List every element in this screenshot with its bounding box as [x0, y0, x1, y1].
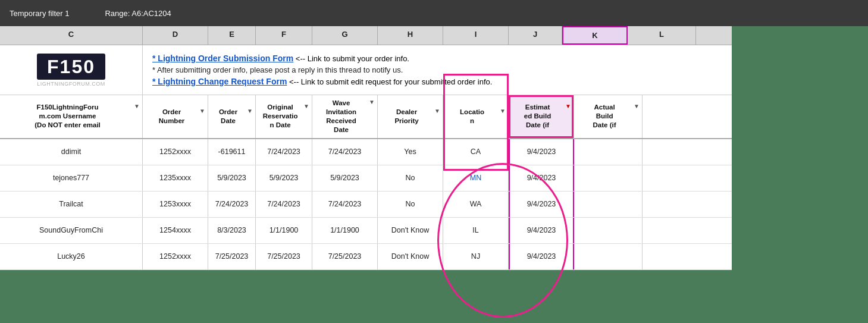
filter-icon-location[interactable]: ▼	[500, 108, 506, 114]
td-location: IL	[443, 218, 509, 243]
th-order-number: OrderNumber ▼	[143, 95, 208, 138]
td-order-number: 1252xxxx	[143, 139, 208, 165]
info-line-1: * Lightning Order Submission Form <-- Li…	[152, 54, 722, 63]
td-location: CA	[443, 139, 509, 165]
td-wave-invite: 5/9/2023	[312, 165, 378, 191]
logo-subtitle: LIGHTNINGFORUM.COM	[37, 81, 105, 87]
col-header-e: E	[208, 26, 256, 45]
filter-range: Range: A6:AC1204	[105, 9, 171, 18]
td-est-build-date: 9/4/2023	[509, 218, 574, 243]
col-header-l: L	[628, 26, 696, 45]
td-dealer-priority: Don't Know	[378, 218, 443, 243]
filter-icon-order-date[interactable]: ▼	[247, 108, 253, 114]
col-header-i: I	[443, 26, 509, 45]
th-actual-build-date: ActualBuildDate (if ▼	[574, 95, 643, 138]
td-order-number: 1235xxxx	[143, 165, 208, 191]
data-rows-container: ddimit 1252xxxx -619611 7/24/2023 7/24/2…	[0, 139, 732, 270]
td-order-date: -619611	[208, 139, 256, 165]
td-orig-res-date: 1/1/1900	[256, 218, 312, 243]
filter-icon-actual-build[interactable]: ▼	[634, 103, 640, 109]
td-orig-res-date: 7/24/2023	[256, 192, 312, 217]
col-header-d: D	[143, 26, 208, 45]
td-location: NJ	[443, 244, 509, 269]
th-orig-res-date: OriginalReservation Date ▼	[256, 95, 312, 138]
filter-icon-order-number[interactable]: ▼	[199, 108, 205, 114]
info-text: * Lightning Order Submission Form <-- Li…	[143, 45, 732, 95]
info-line-3-suffix: <-- Link to submit edit request for your…	[289, 77, 492, 86]
td-order-date: 8/3/2023	[208, 218, 256, 243]
td-dealer-priority: Don't Know	[378, 244, 443, 269]
info-line-3: * Lightning Change Request Form <-- Link…	[152, 77, 722, 86]
td-est-build-date: 9/4/2023	[509, 192, 574, 217]
td-username: Trailcat	[0, 192, 143, 217]
table-row: ddimit 1252xxxx -619611 7/24/2023 7/24/2…	[0, 139, 732, 165]
col-header-c: C	[0, 26, 143, 45]
td-wave-invite: 7/24/2023	[312, 139, 378, 165]
th-order-date: OrderDate ▼	[208, 95, 256, 138]
th-est-build-date: Estimated BuildDate (if ▼	[509, 95, 574, 138]
th-username: F150LightningForum.com Username(Do NOT e…	[0, 95, 143, 138]
col-header-g: G	[312, 26, 378, 45]
logo-cell: F150 LIGHTNINGFORUM.COM	[0, 45, 143, 95]
td-order-number: 1254xxxx	[143, 218, 208, 243]
td-actual-build-date	[574, 218, 643, 243]
td-est-build-date: 9/4/2023	[509, 244, 574, 269]
filter-icon-username[interactable]: ▼	[134, 103, 140, 109]
column-headers: C D E F G H I J K L	[0, 26, 732, 45]
table-row: Lucky26 1252xxxx 7/25/2023 7/25/2023 7/2…	[0, 244, 732, 270]
td-dealer-priority: No	[378, 165, 443, 191]
td-username: SoundGuyFromChi	[0, 218, 143, 243]
td-dealer-priority: Yes	[378, 139, 443, 165]
change-request-link[interactable]: * Lightning Change Request Form	[152, 77, 287, 86]
td-username: Lucky26	[0, 244, 143, 269]
table-row: SoundGuyFromChi 1254xxxx 8/3/2023 1/1/19…	[0, 218, 732, 244]
td-actual-build-date	[574, 192, 643, 217]
th-wave-invite: WaveInvitationReceivedDate ▼	[312, 95, 378, 138]
filter-label: Temporary filter 1	[10, 9, 69, 18]
td-actual-build-date	[574, 139, 643, 165]
td-orig-res-date: 5/9/2023	[256, 165, 312, 191]
td-actual-build-date	[574, 165, 643, 191]
td-order-date: 7/24/2023	[208, 192, 256, 217]
spreadsheet: C D E F G H I J K L F150 LIGHTNINGFORUM.…	[0, 26, 732, 270]
table-header-row: F150LightningForum.com Username(Do NOT e…	[0, 95, 732, 139]
info-line-1-suffix: <-- Link to submit your order info.	[296, 54, 409, 63]
td-wave-invite: 7/25/2023	[312, 244, 378, 269]
td-orig-res-date: 7/25/2023	[256, 244, 312, 269]
td-order-date: 7/25/2023	[208, 244, 256, 269]
logo: F150	[37, 54, 105, 80]
td-location: WA	[443, 192, 509, 217]
col-header-j: J	[509, 26, 562, 45]
td-order-number: 1253xxxx	[143, 192, 208, 217]
col-header-h: H	[378, 26, 443, 45]
th-dealer-priority: DealerPriority ▼	[378, 95, 443, 138]
filter-icon-orig-res[interactable]: ▼	[303, 103, 309, 109]
table-row: tejones777 1235xxxx 5/9/2023 5/9/2023 5/…	[0, 165, 732, 192]
filter-icon-est-build-active[interactable]: ▼	[565, 103, 571, 109]
col-header-f: F	[256, 26, 312, 45]
td-order-date: 5/9/2023	[208, 165, 256, 191]
td-actual-build-date	[574, 244, 643, 269]
filter-bar: Temporary filter 1 Range: A6:AC1204	[0, 0, 868, 26]
info-line-2: * After submitting order info, please po…	[152, 65, 722, 74]
td-wave-invite: 7/24/2023	[312, 192, 378, 217]
order-submission-link[interactable]: * Lightning Order Submission Form	[152, 54, 293, 63]
td-est-build-date: 9/4/2023	[509, 139, 574, 165]
td-username: tejones777	[0, 165, 143, 191]
filter-icon-dealer[interactable]: ▼	[434, 108, 440, 114]
th-location: Location ▼	[443, 95, 509, 138]
filter-icon-wave[interactable]: ▼	[369, 99, 375, 105]
td-username: ddimit	[0, 139, 143, 165]
td-dealer-priority: No	[378, 192, 443, 217]
td-orig-res-date: 7/24/2023	[256, 139, 312, 165]
td-order-number: 1252xxxx	[143, 244, 208, 269]
td-wave-invite: 1/1/1900	[312, 218, 378, 243]
td-location: MN	[443, 165, 509, 191]
td-est-build-date: 9/4/2023	[509, 165, 574, 191]
info-banner: F150 LIGHTNINGFORUM.COM * Lightning Orde…	[0, 45, 732, 95]
table-row: Trailcat 1253xxxx 7/24/2023 7/24/2023 7/…	[0, 192, 732, 218]
col-header-k: K	[562, 26, 628, 45]
